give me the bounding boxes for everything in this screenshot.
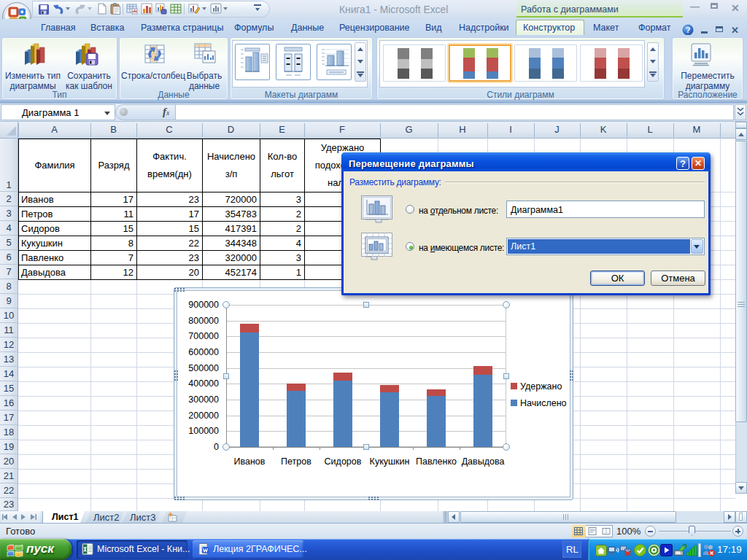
svg-text:?: ? [686,26,691,34]
